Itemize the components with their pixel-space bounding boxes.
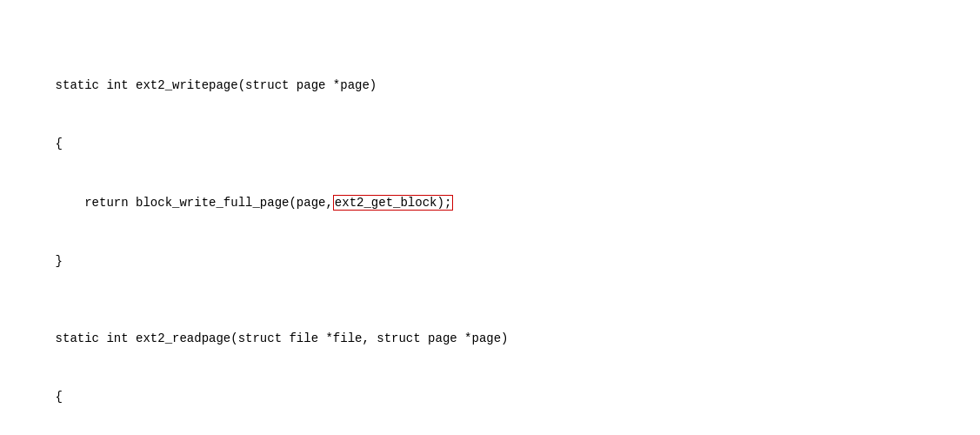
func1-highlight: ext2_get_block); — [333, 195, 453, 211]
func1-body: return block_write_full_page(page,ext2_g… — [26, 193, 954, 212]
func1-close: } — [26, 251, 954, 271]
func1-open: { — [26, 134, 954, 153]
func1-signature: static int ext2_writepage(struct page *p… — [26, 76, 954, 95]
func2-signature: static int ext2_readpage(struct file *fi… — [26, 329, 954, 348]
code-container: static int ext2_writepage(struct page *p… — [26, 17, 954, 435]
func2-open: { — [26, 387, 954, 406]
